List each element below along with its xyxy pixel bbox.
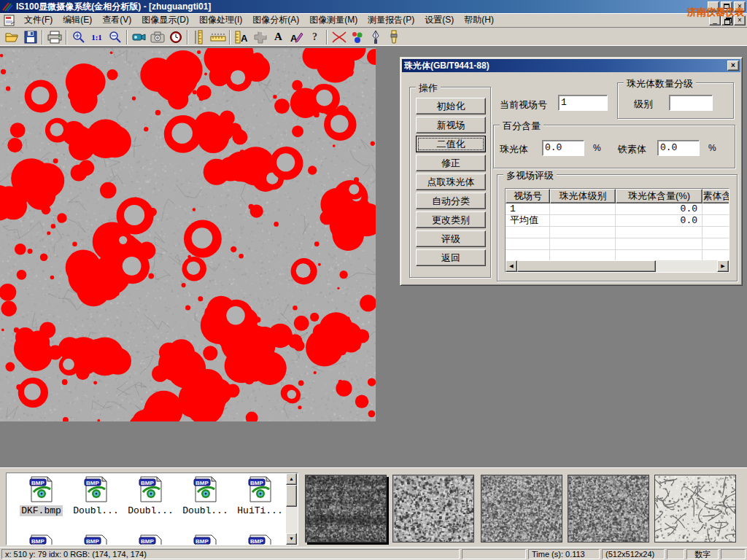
metallograph-image[interactable] xyxy=(0,48,376,421)
menu-settings[interactable]: 设置(S) xyxy=(419,12,459,28)
dialog-body: 操作 初始化 新视场 二值化 修正 点取珠光体 自动分类 更改类别 评级 返回 … xyxy=(402,72,740,284)
scrollbar-thumb[interactable] xyxy=(517,260,656,272)
document-icon[interactable] xyxy=(3,15,16,26)
thumbnail-1[interactable] xyxy=(305,475,387,542)
caliper-button[interactable] xyxy=(190,29,209,45)
zoom-out-button[interactable] xyxy=(106,29,124,45)
scrollbar-thumb[interactable] xyxy=(286,485,297,507)
current-field-input[interactable]: 1 xyxy=(558,95,608,111)
pen-tool-button[interactable] xyxy=(366,29,384,45)
pearlite-percent-input[interactable]: 0.0 xyxy=(542,140,584,156)
measure-text-button[interactable]: A xyxy=(233,29,251,45)
thumbnail-2[interactable] xyxy=(392,475,474,542)
scroll-left-icon[interactable]: ◀ xyxy=(506,260,517,272)
cell xyxy=(703,227,729,238)
new-field-button[interactable]: 新视场 xyxy=(416,117,486,133)
scroll-up-icon[interactable]: ▲ xyxy=(286,473,297,485)
file-item[interactable]: BMP Doubl... xyxy=(69,476,123,516)
clock-icon xyxy=(169,31,182,44)
binarize-button[interactable]: 二值化 xyxy=(416,136,486,152)
file-item[interactable]: BMP xyxy=(14,534,69,545)
file-item[interactable]: BMP xyxy=(178,534,233,545)
multi-field-rating-group: 多视场评级 视场号 珠光体级别 珠光体含量(%) 铁素体含量(%) 1 0.0 xyxy=(497,174,738,281)
file-item[interactable]: BMP Doubl... xyxy=(123,476,178,516)
menu-image-display[interactable]: 图像显示(D) xyxy=(136,12,194,28)
grade-input[interactable] xyxy=(669,95,713,111)
col-ferrite-content[interactable]: 铁素体含量(%) xyxy=(703,189,729,203)
cell xyxy=(550,215,616,226)
text-annotation-button[interactable]: A xyxy=(269,29,287,45)
auto-classify-button[interactable]: 自动分类 xyxy=(416,192,486,209)
rate-button[interactable]: 评级 xyxy=(416,230,486,247)
menu-image-measure[interactable]: 图像测量(M) xyxy=(304,12,363,28)
bmp-file-icon: BMP xyxy=(29,534,54,545)
actual-size-button[interactable]: 1:1 xyxy=(88,29,106,45)
annotate-icon: A xyxy=(290,30,304,44)
menu-edit[interactable]: 编辑(E) xyxy=(58,12,97,28)
cell: 0.0 xyxy=(616,215,703,226)
scroll-right-icon[interactable]: ▶ xyxy=(717,260,729,272)
save-button[interactable] xyxy=(21,29,39,45)
toolbar-separator xyxy=(42,30,43,44)
correct-button[interactable]: 修正 xyxy=(416,155,486,171)
col-field-number[interactable]: 视场号 xyxy=(506,189,550,203)
bmp-file-icon: BMP xyxy=(193,534,218,545)
menu-view[interactable]: 查看(V) xyxy=(97,12,136,28)
brush-tool-button[interactable] xyxy=(384,29,403,45)
table-row[interactable] xyxy=(506,227,729,238)
table-row[interactable] xyxy=(506,238,729,250)
col-pearlite-content[interactable]: 珠光体含量(%) xyxy=(616,189,703,203)
menu-image-processing[interactable]: 图像处理(I) xyxy=(194,12,247,28)
thumbnail-3[interactable] xyxy=(481,475,562,542)
photo-capture-button[interactable] xyxy=(148,29,166,45)
pick-pearlite-button[interactable]: 点取珠光体 xyxy=(416,174,486,190)
thumbnail-5[interactable] xyxy=(654,475,736,542)
particle-analysis-button[interactable] xyxy=(348,29,366,45)
change-class-button[interactable]: 更改类别 xyxy=(416,211,486,228)
zoom-in-button[interactable] xyxy=(69,29,88,45)
file-item[interactable]: BMP DKF.bmp xyxy=(14,476,69,516)
svg-text:BMP: BMP xyxy=(31,480,44,486)
scroll-down-icon[interactable]: ▼ xyxy=(286,533,297,545)
rating-group-label: 多视场评级 xyxy=(503,169,557,182)
menu-help[interactable]: 帮助(H) xyxy=(459,12,499,28)
file-item[interactable]: BMP xyxy=(69,534,123,545)
file-item[interactable]: BMP xyxy=(123,534,178,545)
dialog-title-bar[interactable]: 珠光体(GB/T9441-88) × xyxy=(402,59,740,72)
help-button[interactable]: ? xyxy=(306,29,324,45)
ferrite-percent-input[interactable]: 0.0 xyxy=(657,140,700,156)
menu-measure-report[interactable]: 测量报告(P) xyxy=(363,12,419,28)
toolbar-separator xyxy=(66,30,67,44)
print-button[interactable] xyxy=(45,29,63,45)
thumbnail-4[interactable] xyxy=(568,475,649,542)
open-button[interactable] xyxy=(3,29,21,45)
table-horizontal-scrollbar[interactable]: ◀ ▶ xyxy=(506,260,729,272)
calibration-button[interactable] xyxy=(330,29,348,45)
cell xyxy=(703,238,729,249)
ruler-button[interactable] xyxy=(209,29,227,45)
file-list[interactable]: BMP DKF.bmp BMP Doubl... BMP Doubl... BM… xyxy=(6,472,298,545)
menu-file[interactable]: 文件(F) xyxy=(19,12,58,28)
rating-table[interactable]: 视场号 珠光体级别 珠光体含量(%) 铁素体含量(%) 1 0.0 xyxy=(505,188,729,273)
toolbar-separator xyxy=(229,30,231,44)
init-button[interactable]: 初始化 xyxy=(416,98,486,114)
cell xyxy=(550,238,616,249)
file-item[interactable]: BMP Doubl... xyxy=(178,476,233,516)
grid-cross-button[interactable] xyxy=(251,29,269,45)
file-list-scrollbar[interactable]: ▲ ▼ xyxy=(286,473,298,545)
col-pearlite-grade[interactable]: 珠光体级别 xyxy=(550,189,616,203)
open-icon xyxy=(5,31,20,44)
dialog-close-button[interactable]: × xyxy=(727,61,739,71)
pearlite-dialog[interactable]: 珠光体(GB/T9441-88) × 操作 初始化 新视场 二值化 修正 点取珠… xyxy=(400,57,743,286)
timer-button[interactable] xyxy=(166,29,185,45)
table-row[interactable]: 平均值 0.0 xyxy=(506,215,729,227)
table-row[interactable]: 1 0.0 xyxy=(506,203,729,215)
menu-image-analysis[interactable]: 图像分析(A) xyxy=(247,12,304,28)
return-button[interactable]: 返回 xyxy=(416,249,486,266)
file-item[interactable]: BMP xyxy=(233,534,287,545)
file-item[interactable]: BMP HuiTi... xyxy=(233,476,287,516)
edit-annotation-button[interactable]: A xyxy=(287,29,306,45)
video-capture-button[interactable] xyxy=(130,29,148,45)
pearlite-percent-sign: % xyxy=(593,143,601,153)
svg-text:BMP: BMP xyxy=(196,480,209,486)
